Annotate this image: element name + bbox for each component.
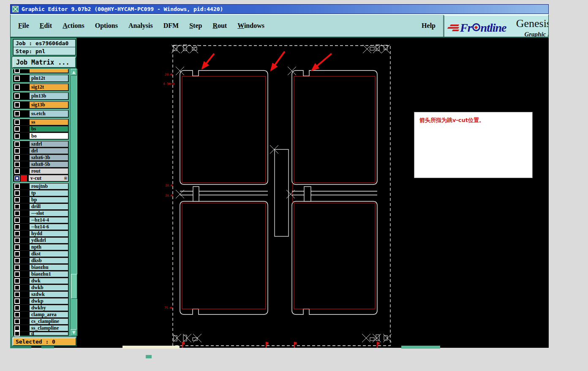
layer-checkbox[interactable] — [14, 238, 20, 243]
layer-checkbox[interactable] — [14, 190, 20, 196]
layer-checkbox[interactable] — [14, 155, 20, 160]
layer-checkbox[interactable] — [14, 119, 20, 125]
layer-row-biaozhu[interactable]: biaozhu — [13, 264, 68, 271]
layer-row-sig12t[interactable]: sig12t — [13, 84, 68, 91]
layer-checkbox[interactable] — [14, 312, 20, 317]
menu-help[interactable]: Help — [418, 20, 439, 31]
layer-checkbox[interactable] — [14, 305, 20, 311]
scroll-up-icon[interactable]: ▲ — [71, 69, 77, 76]
layer-row-drl[interactable]: drl — [13, 148, 68, 154]
layer-name: drill — [29, 203, 68, 210]
cad-canvas[interactable]: 20.04-50.020.020.075.0 — [163, 38, 549, 348]
layer-checkbox-selected[interactable] — [14, 176, 20, 181]
layer-row-ss.etch[interactable]: ss.etch — [13, 110, 68, 117]
layer-checkbox[interactable] — [14, 217, 20, 223]
layer-row-ss[interactable]: ss — [13, 119, 68, 126]
layer-row-npth[interactable]: npth — [13, 244, 68, 251]
layer-row----slot[interactable]: ---slot — [13, 210, 68, 217]
layer-row-szbz8-5b[interactable]: szbz8-5b — [13, 161, 68, 168]
layer-checkbox[interactable] — [14, 278, 20, 284]
layer-checkbox[interactable] — [14, 251, 20, 257]
layer-row-v-cut[interactable]: v-cut⊞ — [13, 175, 68, 181]
layer-row-tp[interactable]: tp — [13, 190, 68, 197]
layer-row-d[interactable]: d — [13, 332, 68, 336]
layer-row-ydkdrl[interactable]: ydkdrl — [13, 237, 68, 244]
layer-checkbox[interactable] — [14, 298, 20, 304]
layer-row-dwk[interactable]: dwk — [13, 278, 68, 284]
layer-checkbox[interactable] — [14, 126, 20, 132]
layer-row-biaozhu1[interactable]: biaozhu1 — [13, 271, 68, 278]
scroll-down-icon[interactable]: ▼ — [71, 329, 77, 336]
layer-row-dwkby[interactable]: dwkby — [13, 305, 68, 311]
menu-file[interactable]: File — [16, 20, 31, 31]
layer-checkbox[interactable] — [14, 162, 20, 167]
layer-checkbox[interactable] — [14, 184, 20, 189]
layer-checkbox[interactable] — [14, 258, 20, 263]
layer-row-cs_clampline[interactable]: cs_clampline — [13, 318, 68, 325]
layer-row-pln13b[interactable]: pln13b — [13, 92, 68, 100]
layer-checkbox[interactable] — [14, 197, 20, 203]
layer-checkbox[interactable] — [14, 102, 20, 108]
layer-list-scrollbar[interactable]: ▲ ▼ — [70, 69, 77, 336]
layer-row-clamp_area[interactable]: clamp_area — [13, 311, 68, 318]
layer-row-pln12t[interactable]: pln12t — [13, 75, 68, 82]
menu-dfm[interactable]: DFM — [162, 20, 180, 31]
layer-row-roujtnb[interactable]: roujtnb — [13, 183, 68, 190]
layer-checkbox[interactable] — [14, 211, 20, 216]
layer-row-dwkp[interactable]: dwkp — [13, 298, 68, 305]
menu-edit[interactable]: Edit — [38, 20, 54, 31]
layer-row-rout[interactable]: rout — [13, 168, 68, 175]
app-icon[interactable] — [12, 6, 19, 12]
layer-checkbox[interactable] — [14, 148, 20, 154]
layer-row-drill[interactable]: drill — [13, 203, 68, 210]
test-coupon — [275, 149, 289, 236]
layer-checkbox[interactable] — [14, 76, 20, 81]
layer-row-hydd[interactable]: hydd — [13, 230, 68, 237]
layer-row-dksb[interactable]: dksb — [13, 257, 68, 264]
layer-checkbox[interactable] — [14, 224, 20, 230]
layer-checkbox[interactable] — [14, 331, 20, 336]
layer-row-bs[interactable]: bs — [13, 126, 68, 133]
layer-color-swatch[interactable] — [21, 175, 27, 181]
layer-checkbox[interactable] — [14, 319, 20, 324]
layer-checkbox[interactable] — [14, 285, 20, 290]
layer-checkbox[interactable] — [14, 133, 20, 139]
layer-checkbox[interactable] — [14, 292, 20, 297]
menu-options[interactable]: Options — [93, 20, 120, 31]
layer-row-dkst[interactable]: dkst — [13, 251, 68, 257]
layer-name: ss.etch — [29, 110, 68, 117]
layer-checkbox[interactable] — [14, 204, 20, 209]
layer-row-partial[interactable] — [13, 69, 68, 73]
layer-checkbox[interactable] — [14, 244, 20, 250]
layer-row-szbz6-3b[interactable]: szbz6-3b — [13, 154, 68, 161]
vcut-red-outlines — [182, 76, 375, 309]
layer-row---bz14-4[interactable]: --bz14-4 — [13, 217, 68, 224]
layer-row-bo[interactable]: bo — [13, 133, 68, 139]
layer-checkbox[interactable] — [14, 325, 20, 331]
layer-checkbox[interactable] — [14, 168, 20, 174]
layer-name: roujtnb — [29, 183, 68, 190]
job-matrix-button[interactable]: Job Matrix ... — [12, 57, 76, 68]
layer-row-bp[interactable]: bp — [13, 197, 68, 203]
scrollbar-thumb[interactable] — [71, 274, 77, 299]
layer-row-dwkb[interactable]: dwkb — [13, 284, 68, 291]
layer-checkbox[interactable] — [14, 111, 20, 116]
layer-row-szdrl[interactable]: szdrl — [13, 141, 68, 148]
title-bar[interactable]: Graphic Editor 9.07b2 (00@HY-HYCAM-PC099… — [10, 4, 549, 14]
layer-row-ss_clampline[interactable]: ss_clampline — [13, 325, 68, 332]
layer-checkbox[interactable] — [14, 231, 20, 236]
layer-checkbox[interactable] — [14, 84, 20, 90]
layer-checkbox[interactable] — [14, 69, 20, 73]
menu-analysis[interactable]: Analysis — [127, 20, 155, 31]
menu-windows[interactable]: Windows — [236, 20, 266, 31]
menu-actions[interactable]: Actions — [61, 20, 86, 31]
menu-rout[interactable]: Rout — [211, 20, 229, 31]
layer-row-szdwk[interactable]: szdwk — [13, 291, 68, 298]
layer-row-sig13b[interactable]: sig13b — [13, 101, 68, 108]
layer-checkbox[interactable] — [14, 271, 20, 277]
layer-row---bz14-6[interactable]: --bz14-6 — [13, 224, 68, 230]
layer-checkbox[interactable] — [14, 141, 20, 147]
layer-checkbox[interactable] — [14, 93, 20, 99]
menu-step[interactable]: Step — [188, 20, 204, 31]
layer-checkbox[interactable] — [14, 265, 20, 270]
